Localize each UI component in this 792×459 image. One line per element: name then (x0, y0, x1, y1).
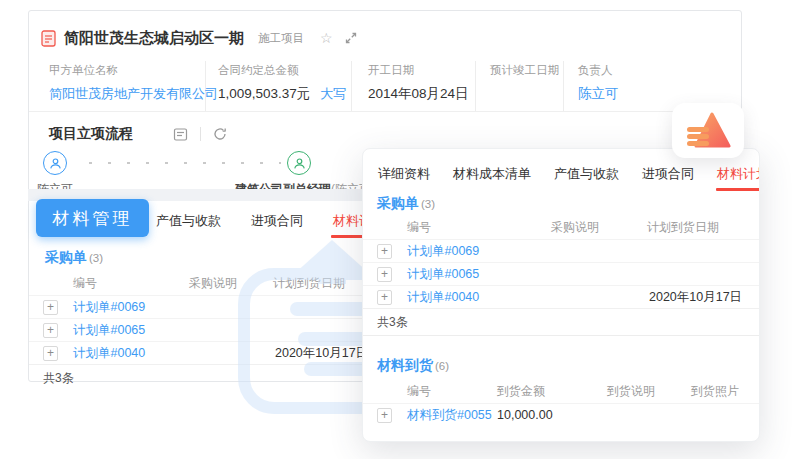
arrival-table: 编号 到货金额 到货说明 到货照片 + 材料到货#0055 10,000.00 (363, 379, 759, 426)
fullscreen-icon[interactable] (345, 32, 357, 44)
table-row: + 计划单#0065 (363, 262, 759, 285)
col-number: 编号 (407, 383, 497, 400)
flow-header: 项目立项流程 (49, 125, 227, 143)
tab-material-cost-list[interactable]: 材料成本清单 (452, 159, 532, 192)
owner-link[interactable]: 陈立可 (578, 85, 729, 103)
flow-report-icon[interactable] (173, 127, 188, 142)
col-number: 编号 (407, 219, 503, 236)
expand-plus-icon[interactable]: + (43, 346, 58, 361)
purchase-table: 编号 采购说明 计划到货日期 + 计划单#0069 + 计划单#0065 + 计… (363, 215, 759, 336)
project-type-label: 施工项目 (258, 31, 304, 46)
field-label: 合同约定总金额 (218, 63, 351, 78)
field-label: 负责人 (578, 63, 729, 78)
field-label: 甲方单位名称 (49, 63, 205, 78)
flow-title: 项目立项流程 (49, 125, 133, 143)
col-purchase-note: 采购说明 (153, 275, 273, 292)
amount-in-words-link[interactable]: 大写 (320, 86, 346, 101)
flow-connector (81, 161, 281, 165)
project-doc-icon (41, 30, 56, 47)
arrival-section-header: 材料到货 (6) (377, 357, 449, 375)
table-footer-count: 共3条 (363, 308, 759, 336)
field-start-date: 开工日期 2014年08月24日 (352, 61, 476, 111)
arrival-amount-cell: 10,000.00 (497, 408, 607, 422)
logo-mark-icon (685, 112, 731, 150)
planned-date-cell: 2020年10月17日 (647, 289, 760, 306)
tab-output-and-receipts[interactable]: 产值与收款 (553, 159, 620, 192)
field-contract-amount: 合同约定总金额 1,009,503.37元大写 (206, 61, 352, 111)
flow-step1-avatar[interactable] (43, 151, 67, 175)
tab-output-and-receipts[interactable]: 产值与收款 (154, 206, 223, 240)
arrival-count: (6) (435, 360, 449, 372)
col-planned-date: 计划到货日期 (647, 219, 760, 236)
material-detail-panel: 详细资料 材料成本清单 产值与收款 进项合同 材料计划/到货 劳务工人 采购单 … (362, 148, 760, 442)
material-management-button[interactable]: 材料管理 (36, 199, 149, 237)
plan-order-link[interactable]: 计划单#0040 (407, 289, 503, 306)
col-arrival-note: 到货说明 (607, 383, 691, 400)
plan-order-link[interactable]: 计划单#0065 (407, 266, 503, 283)
col-number: 编号 (73, 275, 153, 292)
expand-plus-icon[interactable]: + (43, 323, 58, 338)
purchase-title: 采购单 (377, 195, 419, 213)
refresh-icon[interactable] (213, 127, 227, 141)
divider (29, 111, 741, 112)
project-title: 简阳世茂生态城启动区一期 (64, 29, 244, 48)
expand-plus-icon[interactable]: + (377, 244, 392, 259)
app-window: 简阳世茂生态城启动区一期 施工项目 ☆ 甲方单位名称 简阳世茂房地产开发有限公司… (0, 0, 792, 459)
contract-amount-value: 1,009,503.37元大写 (218, 85, 351, 103)
tab-material-plan-arrival[interactable]: 材料计划/到货 (716, 159, 760, 192)
purchase-count: (3) (89, 252, 103, 264)
table-header: 编号 到货金额 到货说明 到货照片 (363, 379, 759, 403)
field-label: 开工日期 (368, 63, 475, 78)
purchase-title: 采购单 (45, 249, 87, 267)
project-header: 简阳世茂生态城启动区一期 施工项目 ☆ (41, 25, 357, 51)
arrival-order-link[interactable]: 材料到货#0055 (407, 407, 497, 424)
plan-order-link[interactable]: 计划单#0065 (73, 322, 153, 339)
expand-plus-icon[interactable]: + (43, 300, 58, 315)
project-fields: 甲方单位名称 简阳世茂房地产开发有限公司 合同约定总金额 1,009,503.3… (29, 61, 729, 111)
flow-toolbar (173, 127, 227, 142)
table-header: 编号 采购说明 计划到货日期 (363, 215, 759, 239)
col-purchase-note: 采购说明 (503, 219, 647, 236)
tab-details[interactable]: 详细资料 (377, 159, 431, 192)
field-expected-completion: 预计竣工日期 (476, 61, 564, 111)
amount-text: 1,009,503.37元 (218, 86, 310, 101)
arrival-title: 材料到货 (377, 357, 433, 375)
start-date-value: 2014年08月24日 (368, 85, 475, 103)
field-party-a: 甲方单位名称 简阳世茂房地产开发有限公司 (29, 61, 206, 111)
divider (200, 127, 201, 141)
app-logo (672, 103, 744, 158)
purchase-section-header: 采购单 (3) (45, 249, 103, 267)
col-arrival-photo: 到货照片 (691, 383, 760, 400)
purchase-count: (3) (421, 198, 435, 210)
plan-order-link[interactable]: 计划单#0040 (73, 345, 153, 362)
table-row: + 计划单#0069 (363, 239, 759, 262)
field-label: 预计竣工日期 (490, 63, 563, 78)
expand-plus-icon[interactable]: + (377, 267, 392, 282)
plan-order-link[interactable]: 计划单#0069 (73, 299, 153, 316)
table-row: + 材料到货#0055 10,000.00 (363, 403, 759, 426)
col-arrival-amount: 到货金额 (497, 383, 607, 400)
front-tab-bar: 详细资料 材料成本清单 产值与收款 进项合同 材料计划/到货 劳务工人 (377, 157, 760, 193)
plan-order-link[interactable]: 计划单#0069 (407, 243, 503, 260)
expand-plus-icon[interactable]: + (377, 408, 392, 423)
flow-step2-avatar[interactable] (287, 151, 311, 175)
favorite-star-icon[interactable]: ☆ (320, 30, 333, 46)
expand-plus-icon[interactable]: + (377, 290, 392, 305)
tab-input-contracts[interactable]: 进项合同 (249, 206, 305, 240)
party-a-link[interactable]: 简阳世茂房地产开发有限公司 (49, 85, 205, 103)
purchase-section-header: 采购单 (3) (377, 195, 435, 213)
table-row: + 计划单#0040 2020年10月17日 (363, 285, 759, 308)
tab-input-contracts[interactable]: 进项合同 (641, 159, 695, 192)
